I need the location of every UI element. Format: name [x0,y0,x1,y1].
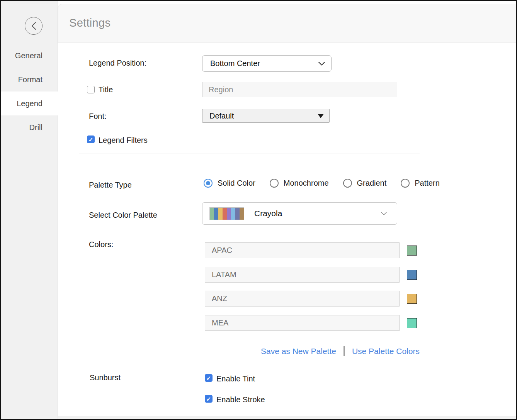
radio-solid-color-label: Solid Color [218,179,255,188]
palette-preview-swatches [209,207,244,220]
enable-stroke-label: Enable Stroke [216,395,265,404]
chevron-down-icon [381,212,387,215]
palette-swatch [218,208,223,220]
color-name-input[interactable]: LATAM [205,267,400,283]
color-name-input[interactable]: ANZ [205,291,400,307]
palette-swatch [214,208,218,220]
palette-swatch [210,208,214,220]
radio-icon [343,179,352,188]
color-name-input[interactable]: APAC [205,242,400,258]
chevron-left-icon [31,22,36,30]
page-title: Settings [69,17,111,29]
legend-position-label: Legend Position: [89,59,146,68]
color-palette-select[interactable]: Crayola [202,202,397,225]
enable-stroke-checkbox[interactable]: ✓ [205,395,213,403]
sidebar-item-legend[interactable]: Legend [1,91,58,115]
settings-header: Settings [58,4,516,42]
palette-name: Crayola [254,209,381,218]
chevron-down-icon [318,62,325,66]
palette-swatch [235,208,240,220]
enable-tint-label: Enable Tint [216,374,255,383]
font-value: Default [209,112,234,120]
color-swatch-anz[interactable] [407,294,417,304]
bottom-strip [58,416,516,419]
section-divider [79,154,420,154]
settings-content: Legend Position: Bottom Center ✓ Title F… [58,42,516,416]
radio-gradient-label: Gradient [357,179,387,188]
legend-filters-checkbox[interactable]: ✓ [87,135,95,143]
palette-swatch [223,208,227,220]
links-divider [344,346,345,356]
sunburst-label: Sunburst [90,373,121,382]
radio-icon [401,179,410,188]
palette-type-label: Palette Type [89,181,132,190]
palette-type-options: Solid Color Monochrome Gradient Pattern [204,179,440,188]
radio-solid-color[interactable]: Solid Color [204,179,255,188]
legend-position-select[interactable]: Bottom Center [202,55,332,72]
radio-icon [204,179,213,188]
settings-window: General Format Legend Drill Settings Leg… [0,0,517,420]
select-color-palette-label: Select Color Palette [89,211,157,220]
color-name-input[interactable]: MEA [205,315,400,331]
sidebar: General Format Legend Drill [1,1,58,419]
color-swatch-apac[interactable] [407,246,417,256]
radio-monochrome-label: Monochrome [284,179,329,188]
legend-filters-label: Legend Filters [99,136,148,145]
radio-icon [270,179,279,188]
sidebar-nav: General Format Legend Drill [1,44,58,139]
radio-pattern-label: Pattern [415,179,439,188]
legend-position-value: Bottom Center [210,59,260,68]
title-checkbox[interactable]: ✓ [87,86,95,93]
palette-swatch [227,208,231,220]
title-checkbox-label: Title [99,85,113,94]
check-icon: ✓ [206,396,211,402]
font-select[interactable]: Default [202,109,330,123]
check-icon: ✓ [88,137,94,142]
font-label: Font: [89,112,107,121]
colors-label: Colors: [89,240,113,249]
color-swatch-mea[interactable] [407,318,417,328]
palette-swatch [231,208,235,220]
palette-swatch [240,208,244,220]
caret-down-icon [318,114,324,118]
enable-tint-checkbox[interactable]: ✓ [205,374,213,382]
radio-monochrome[interactable]: Monochrome [270,179,329,188]
save-as-new-palette-link[interactable]: Save as New Palette [261,347,336,356]
sidebar-item-general[interactable]: General [1,44,58,68]
legend-title-input[interactable] [202,82,397,97]
palette-links: Save as New Palette Use Palette Colors [58,346,420,356]
radio-gradient[interactable]: Gradient [343,179,387,188]
use-palette-colors-link[interactable]: Use Palette Colors [352,347,420,356]
back-button[interactable] [25,17,43,35]
check-icon: ✓ [206,375,211,381]
color-swatch-latam[interactable] [407,270,417,280]
sidebar-item-format[interactable]: Format [1,68,58,91]
sidebar-item-drill[interactable]: Drill [1,115,58,139]
radio-pattern[interactable]: Pattern [401,179,439,188]
